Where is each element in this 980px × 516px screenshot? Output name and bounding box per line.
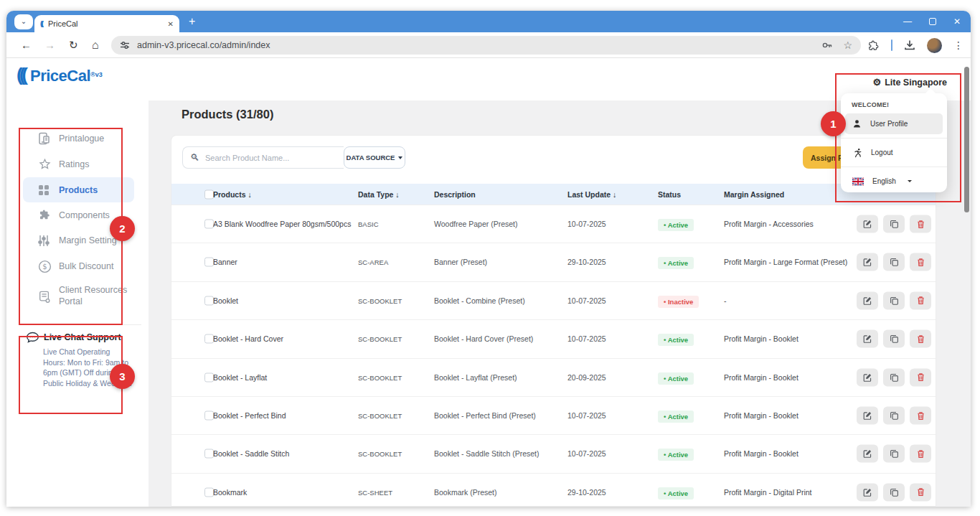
edit-button[interactable]: [857, 368, 878, 386]
data-source-button[interactable]: DATA SOURCE: [344, 146, 405, 169]
browser-menu-icon[interactable]: ⋮: [953, 39, 963, 51]
tab-close-icon[interactable]: ✕: [168, 20, 174, 28]
row-actions: [857, 291, 931, 309]
edit-button[interactable]: [857, 291, 878, 309]
description: Woodfree Paper (Preset): [434, 220, 518, 228]
status-badge: Active: [658, 411, 694, 423]
annotation-box-2: [19, 128, 123, 325]
copy-icon: [890, 296, 899, 305]
column-margin-assigned: Margin Assigned: [724, 190, 784, 199]
duplicate-button[interactable]: [883, 407, 905, 425]
close-button[interactable]: ✕: [953, 17, 961, 27]
page-title: Products (31/80): [182, 108, 273, 121]
edit-button[interactable]: [857, 483, 878, 501]
reload-icon[interactable]: ↻: [69, 32, 78, 58]
duplicate-button[interactable]: [883, 368, 905, 386]
edit-button[interactable]: [857, 215, 878, 233]
table-row: A3 Blank Woodfree Paper 80gsm/500pcs BAS…: [171, 205, 936, 243]
maximize-button[interactable]: [929, 18, 936, 25]
caret-down-icon: [398, 156, 402, 159]
duplicate-button[interactable]: [883, 253, 905, 271]
browser-titlebar: ⌄ ((( PriceCal ✕ + — ✕: [6, 11, 971, 32]
duplicate-button[interactable]: [883, 483, 905, 501]
table-row: Booklet - Saddle Stitch SC-BOOKLET Bookl…: [171, 434, 936, 472]
product-name: Booklet - Saddle Stitch: [213, 449, 289, 458]
search-group: 🔍︎ DATA SOURCE: [182, 146, 405, 169]
app-page: (((PriceCal®v3 ⚙Lite Singapore Printalog…: [6, 58, 971, 507]
duplicate-button[interactable]: [883, 215, 905, 233]
margin-assigned: Profit Margin - Booklet: [724, 449, 798, 458]
logo-arcs-icon: (((: [17, 64, 24, 85]
annotation-box-1: [835, 73, 961, 202]
extensions-icon[interactable]: [867, 39, 880, 52]
product-name: A3 Blank Woodfree Paper 80gsm/500pcs: [213, 220, 351, 228]
column-last-update[interactable]: Last Update ↓: [567, 190, 616, 199]
delete-button[interactable]: [910, 330, 931, 348]
last-update: 20-09-2025: [567, 373, 606, 382]
minimize-button[interactable]: —: [903, 17, 912, 27]
column-products[interactable]: Products ↓: [213, 190, 252, 199]
status-badge: Active: [658, 257, 694, 269]
margin-assigned: Profit Margin - Booklet: [724, 334, 798, 343]
product-name: Booklet: [213, 296, 238, 305]
duplicate-button[interactable]: [883, 291, 905, 309]
delete-button[interactable]: [910, 407, 931, 425]
description: Bookmark (Preset): [434, 488, 497, 497]
toolbar-separator: [891, 39, 892, 51]
description: Banner (Preset): [434, 258, 487, 266]
edit-button[interactable]: [857, 253, 878, 271]
app-logo[interactable]: (((PriceCal®v3: [17, 64, 103, 86]
edit-icon: [863, 487, 872, 497]
new-tab-button[interactable]: +: [189, 13, 195, 30]
bookmark-star-icon[interactable]: ☆: [843, 39, 852, 51]
row-actions: [857, 253, 931, 271]
search-box[interactable]: 🔍︎: [182, 146, 344, 169]
url-text[interactable]: admin-v3.pricecal.co/admin/index: [137, 40, 821, 50]
edit-icon: [863, 334, 872, 344]
forward-icon[interactable]: →: [44, 32, 55, 58]
pricecal-favicon-icon: (((: [40, 20, 42, 27]
trash-icon: [916, 257, 925, 267]
home-icon[interactable]: ⌂: [92, 32, 99, 58]
data-type: SC-BOOKLET: [358, 450, 402, 458]
column-data-type[interactable]: Data Type ↓: [358, 190, 400, 199]
duplicate-button[interactable]: [883, 445, 905, 463]
delete-button[interactable]: [910, 215, 931, 233]
delete-button[interactable]: [910, 445, 931, 463]
trash-icon: [916, 296, 925, 306]
copy-icon: [890, 220, 899, 229]
delete-button[interactable]: [910, 368, 931, 386]
edit-button[interactable]: [857, 330, 878, 348]
tab-search-button[interactable]: ⌄: [14, 14, 33, 29]
description: Booklet - Hard Cover (Preset): [434, 334, 533, 343]
trash-icon: [916, 449, 925, 459]
logo-text: PriceCal: [30, 67, 90, 85]
search-icon: 🔍︎: [190, 152, 199, 163]
address-bar[interactable]: admin-v3.pricecal.co/admin/index ☆: [111, 36, 861, 55]
data-type: SC-BOOKLET: [358, 412, 402, 420]
row-actions: [857, 330, 931, 348]
back-icon[interactable]: ←: [21, 32, 32, 58]
table-header: Products ↓ Data Type ↓ Description Last …: [171, 184, 936, 205]
annotation-box-3: [19, 336, 123, 414]
description: Booklet - Perfect Bind (Preset): [434, 411, 536, 420]
logo-version: ®v3: [90, 71, 103, 78]
delete-button[interactable]: [910, 253, 931, 271]
status-badge: Active: [658, 334, 694, 346]
toolbar-right: ⋮: [867, 32, 963, 58]
password-key-icon[interactable]: [821, 39, 833, 51]
profile-avatar[interactable]: [927, 38, 942, 53]
page-scrollbar[interactable]: [964, 67, 969, 212]
browser-tab[interactable]: ((( PriceCal ✕: [34, 15, 179, 32]
duplicate-button[interactable]: [883, 330, 905, 348]
downloads-icon[interactable]: [904, 39, 915, 51]
table-row: Bookmark SC-SHEET Bookmark (Preset) 29-1…: [171, 473, 936, 507]
edit-button[interactable]: [857, 445, 878, 463]
delete-button[interactable]: [910, 483, 931, 501]
browser-toolbar: ← → ↻ ⌂ admin-v3.pricecal.co/admin/index: [6, 32, 971, 58]
search-input[interactable]: [205, 154, 336, 162]
delete-button[interactable]: [910, 291, 931, 309]
edit-button[interactable]: [857, 407, 878, 425]
last-update: 10-07-2025: [567, 449, 606, 458]
tune-icon[interactable]: [120, 40, 130, 50]
